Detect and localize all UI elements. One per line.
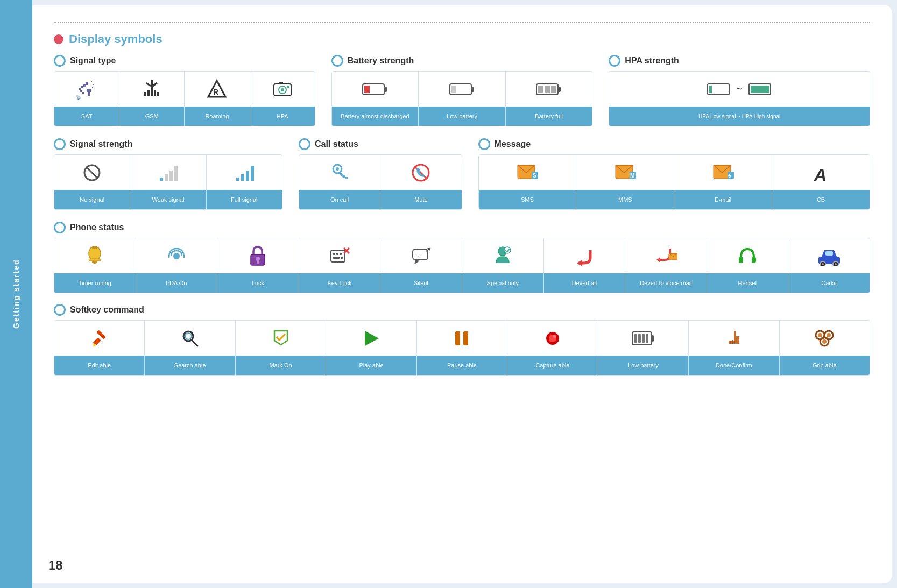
mute-label: Mute (380, 190, 461, 209)
mms-icon: M (615, 163, 636, 182)
svg-line-45 (86, 167, 98, 179)
lowbat-softkey-label: Low battery (598, 356, 688, 375)
symbol-hpa: HPA (250, 72, 315, 126)
battery-full-label: Battery full (506, 107, 592, 126)
symbol-edit: Edit able (54, 321, 145, 375)
lock-icon (249, 246, 267, 266)
on-call-label: On call (299, 190, 380, 209)
svg-rect-3 (86, 82, 88, 85)
devert-all-icon (574, 246, 595, 266)
search-able-icon (180, 329, 200, 348)
edit-icon (90, 329, 109, 348)
mute-icon (411, 162, 431, 183)
svg-rect-16 (144, 92, 146, 96)
edit-label: Edit able (54, 356, 144, 375)
svg-rect-129 (730, 341, 731, 344)
symbol-lowbat: Low battery (598, 321, 689, 375)
call-status-header: Call status (299, 138, 462, 150)
symbol-lock: Lock (217, 238, 299, 293)
svg-point-96 (504, 247, 511, 253)
svg-marker-91 (414, 260, 420, 264)
svg-rect-46 (160, 178, 163, 181)
svg-rect-11 (92, 87, 93, 88)
group-hpa-strength: HPA strength ~ (609, 55, 870, 126)
symbol-pause: Pause able (417, 321, 507, 375)
capture-label: Capture able (507, 356, 597, 375)
group-signal-type: Signal type (54, 55, 315, 126)
svg-rect-1 (81, 86, 83, 88)
symbol-sms: S SMS (479, 155, 577, 209)
hpa-strength-title: HPA strength (625, 56, 679, 66)
svg-rect-8 (88, 92, 90, 96)
svg-rect-47 (165, 174, 168, 181)
group-phone-status: Phone status (54, 222, 870, 293)
full-signal-label: Full signal (207, 190, 282, 209)
battery-full-icon (535, 81, 562, 97)
sidebar: Getting started (0, 0, 32, 588)
email-label: E-mail (674, 190, 772, 209)
svg-rect-39 (551, 86, 556, 93)
svg-rect-29 (384, 87, 387, 92)
symbol-devert-voice: Devert to vioce mail (625, 238, 707, 293)
signal-type-grid: 📡 SAT (54, 71, 315, 126)
svg-rect-43 (751, 86, 769, 93)
svg-rect-85 (340, 253, 342, 255)
svg-rect-5 (82, 92, 84, 94)
softkey-header: Softkey command (54, 304, 870, 316)
battery-discharged-icon (362, 81, 389, 97)
svg-rect-4 (80, 90, 82, 92)
svg-rect-52 (246, 171, 249, 181)
svg-text:R: R (213, 88, 218, 96)
grip-icon (814, 329, 835, 348)
devert-all-label: Devert all (544, 273, 625, 293)
timer-icon (84, 246, 105, 266)
roaming-icon: R (206, 79, 228, 100)
group-call-status: Call status (299, 138, 462, 210)
svg-rect-127 (642, 334, 645, 343)
phone-status-header: Phone status (54, 222, 870, 233)
symbol-roaming: R Roaming (185, 72, 250, 126)
mark-icon (271, 329, 291, 348)
battery-strength-grid: Battery almost discharged Low battery (331, 71, 593, 126)
svg-rect-17 (147, 90, 150, 96)
group-signal-strength: Signal strength No signal (54, 138, 282, 210)
carkit-icon (817, 246, 841, 266)
dotted-divider (54, 22, 870, 23)
svg-point-114 (186, 334, 188, 336)
svg-text:A: A (814, 165, 827, 183)
svg-rect-104 (825, 251, 833, 256)
svg-point-55 (336, 167, 339, 171)
svg-point-136 (827, 333, 831, 337)
svg-point-135 (818, 333, 822, 337)
keylock-icon (329, 246, 350, 266)
svg-rect-125 (634, 334, 637, 343)
symbol-headset: Hedset (707, 238, 789, 293)
battery-discharged-label: Battery almost discharged (332, 107, 419, 126)
gsm-label: GSM (119, 107, 184, 126)
hpa-low-signal-icon (707, 81, 731, 97)
symbol-devert-all: Devert all (544, 238, 626, 293)
silent-icon: ... (411, 246, 432, 266)
headset-label: Hedset (707, 273, 788, 293)
svg-rect-18 (151, 88, 153, 96)
softkey-title: Softkey command (70, 305, 144, 315)
sms-label: SMS (479, 190, 576, 209)
svg-text:M: M (630, 173, 634, 179)
battery-strength-header: Battery strength (331, 55, 593, 67)
softkey-icon (54, 304, 66, 316)
svg-rect-101 (739, 257, 743, 263)
softkey-grid: Edit able Search able (54, 320, 870, 376)
svg-rect-37 (538, 86, 543, 93)
hpa-strength-icon (609, 55, 620, 67)
svg-rect-10 (93, 84, 94, 85)
svg-line-14 (146, 83, 151, 86)
group-message: Message S SMS (478, 138, 871, 210)
symbol-grip: Grip able (780, 321, 870, 375)
svg-rect-128 (646, 334, 648, 343)
svg-rect-50 (236, 178, 239, 181)
symbol-battery-discharged: Battery almost discharged (332, 72, 419, 126)
svg-point-137 (822, 339, 827, 344)
weak-signal-icon (158, 162, 178, 183)
symbol-mms: M MMS (576, 155, 674, 209)
section-bullet (54, 34, 63, 44)
